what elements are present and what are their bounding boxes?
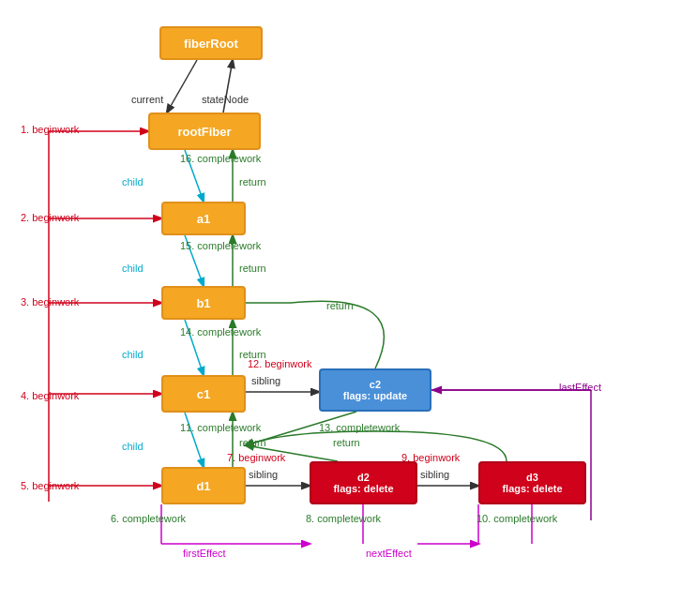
- label-child-4: child: [122, 441, 144, 452]
- node-a1: a1: [161, 202, 246, 235]
- label-4-beginwork: 4. beginwork: [21, 390, 79, 401]
- label-sibling-1: sibling: [251, 375, 280, 386]
- node-fiberRoot: fiberRoot: [159, 26, 263, 60]
- node-d1: d1: [161, 467, 246, 504]
- label-child-2: child: [122, 263, 144, 274]
- label-13-completework: 13. completework: [319, 422, 400, 433]
- label-1-beginwork: 1. beginwork: [21, 124, 79, 135]
- label-sibling-3: sibling: [420, 469, 449, 480]
- fiber-diagram: fiberRoot rootFiber a1 b1 c1 c2 flags: u…: [0, 0, 696, 616]
- svg-line-0: [167, 60, 197, 113]
- label-14-completework: 14. completework: [180, 326, 261, 338]
- node-c2: c2 flags: update: [319, 368, 431, 412]
- svg-line-9: [185, 413, 204, 467]
- label-nextEffect: nextEffect: [366, 548, 412, 559]
- label-10-completework: 10. completework: [477, 513, 557, 524]
- label-11-completework: 11. completework: [180, 422, 261, 433]
- label-child-1: child: [122, 176, 144, 188]
- node-b1: b1: [161, 286, 246, 320]
- label-15-completework: 15. completework: [180, 240, 261, 251]
- node-d2: d2 flags: delete: [310, 461, 417, 504]
- label-5-beginwork: 5. beginwork: [21, 480, 79, 491]
- label-return-4: return: [239, 437, 266, 448]
- label-return-5: return: [333, 437, 360, 448]
- label-lastEffect: lastEffect: [559, 382, 601, 393]
- label-3-beginwork: 3. beginwork: [21, 296, 79, 308]
- label-firstEffect: firstEffect: [183, 548, 226, 559]
- label-child-3: child: [122, 349, 144, 360]
- label-2-beginwork: 2. beginwork: [21, 212, 79, 223]
- label-stateNode: stateNode: [202, 94, 249, 105]
- label-16-completework: 16. completework: [180, 153, 261, 164]
- label-8-completework: 8. completework: [306, 513, 381, 524]
- label-12-beginwork: 12. beginwork: [248, 358, 312, 369]
- label-7-beginwork: 7. beginwork: [227, 452, 285, 463]
- label-return-b1: return: [326, 300, 354, 311]
- label-return-2: return: [239, 263, 266, 274]
- label-current: current: [131, 94, 163, 105]
- node-rootFiber: rootFiber: [148, 113, 261, 150]
- label-return-1: return: [239, 176, 266, 188]
- label-6-completework: 6. completework: [111, 513, 186, 524]
- label-sibling-2: sibling: [249, 469, 278, 480]
- node-d3: d3 flags: delete: [478, 461, 586, 504]
- node-c1: c1: [161, 375, 246, 413]
